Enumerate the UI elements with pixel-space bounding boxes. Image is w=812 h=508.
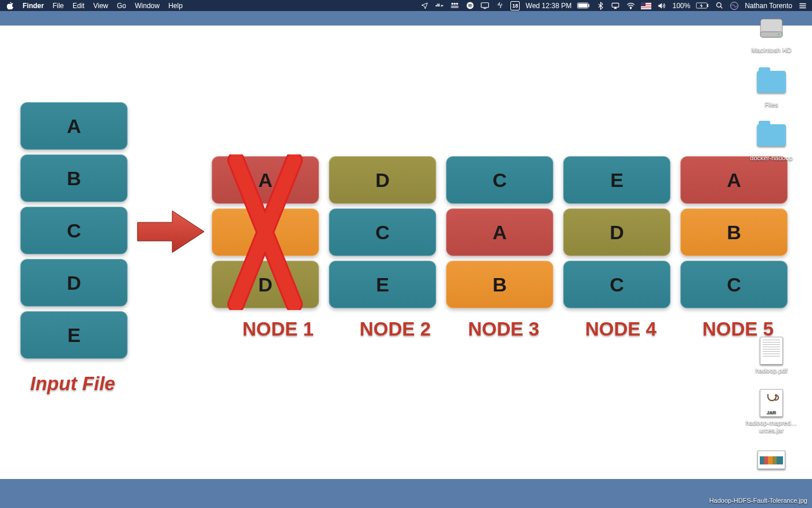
desktop-file-hadoop-jar[interactable]: hadoop-mapred…urces.jar (742, 389, 800, 434)
battery-icon[interactable] (577, 1, 590, 10)
block-label: D (610, 222, 624, 242)
wallpaper-image-content: A B C D E Input File A B D NODE 1 D (0, 26, 812, 479)
svg-rect-9 (451, 7, 459, 8)
harddrive-icon (756, 16, 786, 44)
block-label: D (67, 273, 81, 293)
node4-block-2: D (563, 208, 670, 256)
svg-rect-15 (578, 3, 588, 8)
hdfs-diagram: A B C D E Input File A B D NODE 1 D (0, 26, 812, 479)
svg-rect-8 (451, 6, 459, 6)
desktop-folder-files[interactable]: Files (742, 71, 800, 109)
app-name[interactable]: Finder (23, 2, 44, 10)
node1-block-1: A (212, 156, 319, 204)
menu-extra-1-icon[interactable] (450, 1, 459, 10)
desktop-item-label: docker-hadoop (742, 154, 800, 162)
node4-block-3: C (563, 261, 670, 308)
node5-label: NODE 5 (702, 319, 774, 338)
airplay-icon[interactable] (611, 1, 620, 10)
node5-block-3: C (680, 261, 788, 308)
bottom-strip: Hadoop-HDFS-Fault-Tolerance.jpg (0, 479, 812, 508)
svg-rect-16 (612, 3, 619, 7)
input-file-label: Input File (30, 374, 115, 393)
menubar-right: 18 Wed 12:38 PM 100% Nathan Torento (420, 1, 807, 10)
pdf-document-icon (756, 337, 786, 365)
spotify-menubar-icon[interactable] (465, 1, 474, 10)
notification-center-icon[interactable] (798, 1, 807, 10)
svg-rect-3 (437, 3, 438, 5)
menu-go[interactable]: Go (117, 2, 126, 10)
node4-block-1: E (563, 156, 670, 204)
svg-rect-19 (708, 4, 709, 7)
block-label: C (727, 275, 741, 294)
calendar-date-badge[interactable]: 18 (510, 1, 520, 10)
block-label: B (727, 222, 741, 242)
block-label: E (376, 275, 389, 294)
block-label: C (375, 222, 390, 242)
block-label: C (610, 275, 624, 294)
svg-rect-0 (436, 5, 437, 6)
input-source-us-flag[interactable] (641, 2, 651, 9)
desktop-item-label: hadoop-mapred…urces.jar (742, 419, 800, 434)
node5-block-2: B (680, 208, 788, 256)
block-label: D (375, 170, 390, 190)
node3-block-3: B (446, 261, 553, 308)
node1-label: NODE 1 (242, 319, 314, 338)
svg-point-17 (630, 8, 632, 9)
menu-view[interactable]: View (93, 2, 108, 10)
menu-window[interactable]: Window (135, 2, 160, 10)
block-label: A (67, 116, 81, 136)
node2-block-2: C (329, 208, 436, 256)
svg-point-24 (778, 34, 780, 35)
docker-menubar-icon[interactable] (435, 1, 444, 10)
node1-block-2: B (212, 208, 319, 256)
desktop-macintosh-hd[interactable]: Macintosh HD (742, 16, 800, 54)
jar-file-icon (756, 389, 786, 417)
menu-edit[interactable]: Edit (72, 2, 85, 10)
menu-help[interactable]: Help (168, 2, 183, 10)
wifi-icon[interactable] (626, 1, 635, 10)
svg-rect-4 (438, 3, 440, 5)
arrow-icon (135, 203, 210, 261)
desktop-item-label: hadoop.pdf (742, 367, 800, 374)
node2-label: NODE 2 (360, 319, 431, 338)
battery-percent: 100% (672, 2, 690, 10)
input-block-a: A (20, 102, 128, 150)
block-label: B (67, 168, 81, 188)
macos-menubar: Finder File Edit View Go Window Help 18 … (0, 0, 812, 11)
menubar-user-name[interactable]: Nathan Torento (745, 2, 792, 10)
desktop-file-hadoop-jpg[interactable] (742, 447, 800, 481)
input-block-e: E (20, 311, 128, 359)
block-label: B (492, 275, 507, 294)
menu-extra-2-icon[interactable] (495, 1, 505, 10)
battery-charging-icon[interactable] (696, 1, 709, 10)
svg-rect-12 (484, 8, 487, 9)
desktop-item-label: Macintosh HD (742, 46, 800, 54)
block-label: C (67, 221, 81, 240)
menu-file[interactable]: File (53, 2, 64, 10)
desktop-file-hadoop-pdf[interactable]: hadoop.pdf (742, 337, 800, 374)
block-label: B (258, 222, 273, 242)
node5-block-1: A (680, 156, 788, 204)
desktop-folder-docker-hadoop[interactable]: docker-hadoop (742, 124, 800, 162)
input-block-b: B (20, 154, 128, 202)
spotlight-icon[interactable] (715, 1, 724, 10)
node3-block-2: A (446, 208, 553, 256)
volume-icon[interactable] (657, 1, 666, 10)
screen-mirroring-menubar-icon[interactable] (480, 1, 490, 10)
menubar-clock[interactable]: Wed 12:38 PM (525, 2, 571, 10)
svg-point-6 (454, 2, 456, 5)
svg-rect-2 (438, 5, 440, 6)
desktop-wallpaper: A B C D E Input File A B D NODE 1 D (0, 11, 812, 479)
node3-block-1: C (446, 156, 553, 204)
node2-block-1: D (329, 156, 436, 204)
bluetooth-icon[interactable] (596, 1, 605, 10)
block-label: D (258, 275, 273, 294)
menubar-left: Finder File Edit View Go Window Help (5, 1, 183, 10)
input-block-d: D (20, 259, 128, 307)
svg-rect-1 (437, 5, 438, 6)
location-icon[interactable] (420, 1, 429, 10)
apple-menu-icon[interactable] (5, 1, 14, 10)
node2-block-3: E (329, 261, 436, 308)
folder-icon (756, 71, 786, 99)
siri-icon[interactable] (730, 1, 739, 10)
